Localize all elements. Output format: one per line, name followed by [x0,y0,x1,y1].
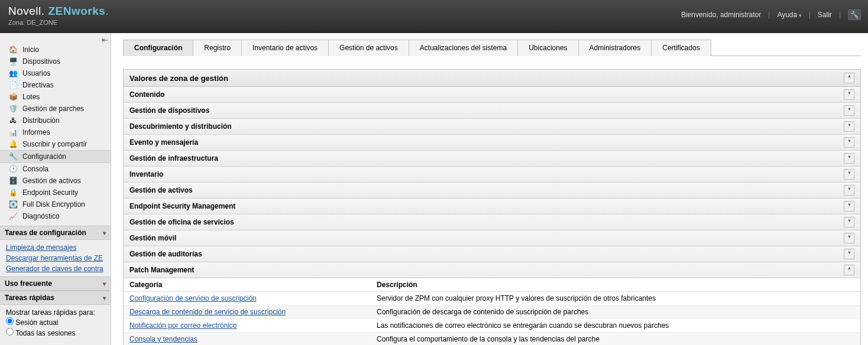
accordion-label: Patch Management [129,266,194,274]
accordion-row[interactable]: Endpoint Security Management˅ [124,198,860,214]
category-link[interactable]: Descarga de contenido de servicio de sus… [129,308,286,316]
zone-label: Zona: DE_ZONE [8,19,109,26]
tab-registro[interactable]: Registro [193,40,242,56]
config-task-link[interactable]: Limpieza de mensajes [6,242,105,253]
help-menu[interactable]: Ayuda [777,11,801,19]
accordion-row[interactable]: Gestión de oficina de servicios˅ [124,214,860,230]
nav-icon: 🖥️ [8,57,18,66]
sidebar-item-endpoint-security[interactable]: 🔒Endpoint Security [0,187,111,198]
tab-actualizaciones-del-sistema[interactable]: Actualizaciones del sistema [409,40,518,56]
chevron-down-icon[interactable]: ˅ [844,217,854,227]
zone-settings-panel: Valores de zona de gestión ˄ Contenido˅G… [123,69,861,345]
accordion-label: Descubrimiento y distribución [129,122,232,131]
nav-icon: 👥 [8,69,18,78]
config-task-link[interactable]: Generador de claves de contra [6,263,105,274]
tab-configuración[interactable]: Configuración [123,40,193,56]
brand: Novell. ZENworks. [8,5,109,18]
accordion-row[interactable]: Gestión de activos˅ [124,183,860,198]
accordion-row[interactable]: Gestión de auditorías˅ [124,246,860,262]
logout-link[interactable]: Salir [818,11,832,19]
nav-icon: 📈 [8,211,18,221]
category-link[interactable]: Notificación por correo electrónico [129,321,237,330]
accordion-label: Gestión de activos [129,186,193,194]
chevron-up-icon[interactable]: ˄ [844,265,854,275]
sidebar-item-gestión-de-parches[interactable]: 🛡️Gestión de parches [0,103,111,115]
quick-opt-current[interactable]: Sesión actual [6,317,105,327]
sidebar-item-usuarios[interactable]: 👥Usuarios [0,67,111,79]
nav-label: Full Disk Encryption [22,200,85,209]
nav-label: Suscribir y compartir [22,140,87,148]
sidebar-item-inicio[interactable]: 🏠Inicio [0,44,111,56]
description-cell: Las notificaciones de correo electrónico… [371,319,860,332]
chevron-down-icon: ▾ [103,281,106,287]
nav-label: Consola [22,165,48,173]
description-cell: Configuración de descarga de contenido d… [371,305,860,318]
sidebar-item-consola[interactable]: 🕑Consola [0,163,111,175]
chevron-down-icon[interactable]: ˅ [844,153,854,164]
quick-opt-all[interactable]: Todas las sesiones [6,327,105,338]
nav-label: Informes [22,128,50,136]
chevron-down-icon: ▾ [103,295,106,301]
tab-certificados[interactable]: Certificados [651,40,711,56]
nav-label: Lotes [22,93,40,101]
accordion-row[interactable]: Gestión móvil˅ [124,230,860,246]
nav-icon: 📊 [8,128,18,137]
settings-icon[interactable]: 🔧 [848,9,861,20]
sidebar-item-suscribir-y-compartir[interactable]: 🔔Suscribir y compartir [0,138,111,150]
tab-ubicaciones[interactable]: Ubicaciones [517,40,578,56]
sidebar-item-distribución[interactable]: 🖧Distribución [0,115,111,126]
chevron-down-icon[interactable]: ˅ [844,169,854,180]
chevron-down-icon[interactable]: ˅ [844,137,854,148]
accordion-label: Gestión de dispositivos [129,106,209,115]
chevron-down-icon: ▾ [103,230,106,236]
chevron-down-icon[interactable]: ˅ [844,201,854,211]
collapse-up-icon[interactable]: ˄ [844,73,854,83]
nav-label: Configuración [22,152,66,161]
brand-zenworks: ZENworks [48,5,105,17]
accordion-label: Endpoint Security Management [129,202,235,210]
nav-label: Dispositivos [22,57,60,66]
accordion-label: Contenido [129,90,164,99]
section-frequent-label: Uso frecuente [5,279,52,288]
chevron-down-icon[interactable]: ˅ [844,105,854,116]
nav-label: Diagnóstico [22,212,60,220]
chevron-down-icon[interactable]: ˅ [844,121,854,132]
sidebar-item-lotes[interactable]: 📦Lotes [0,91,111,103]
accordion-row[interactable]: Evento y mensajería˅ [124,135,860,151]
chevron-down-icon[interactable]: ˅ [844,89,854,100]
sidebar-item-gestión-de-activos[interactable]: 🗄️Gestión de activos [0,175,111,187]
sidebar-item-diagnóstico[interactable]: 📈Diagnóstico [0,210,111,222]
tab-gestión-de-activos[interactable]: Gestión de activos [328,40,409,56]
sidebar-item-dispositivos[interactable]: 🖥️Dispositivos [0,56,111,67]
config-task-link[interactable]: Descargar herramientas de ZE [6,253,105,263]
accordion-row[interactable]: Gestión de dispositivos˅ [124,103,860,119]
accordion-row[interactable]: Descubrimiento y distribución˅ [124,119,860,135]
nav-icon: 🗄️ [8,176,18,185]
section-frequent[interactable]: Uso frecuente ▾ [0,276,111,291]
accordion-row[interactable]: Contenido˅ [124,87,860,103]
tab-inventario-de-activos[interactable]: Inventario de activos [241,40,329,56]
grid-col-description: Descripción [371,278,860,291]
category-link[interactable]: Configuración de servicio de suscripción [129,294,257,302]
description-cell: Configura el comportamiento de la consol… [371,333,860,345]
accordion-row[interactable]: Patch Management˄ [124,262,860,278]
section-quick-label: Tareas rápidas [5,294,54,302]
accordion-row[interactable]: Gestión de infraestructura˅ [124,151,860,167]
nav-icon: 📄 [8,80,18,90]
sidebar-item-informes[interactable]: 📊Informes [0,126,111,138]
chevron-down-icon[interactable]: ˅ [844,233,854,243]
accordion-label: Inventario [129,170,163,178]
sidebar-item-full-disk-encryption[interactable]: 💽Full Disk Encryption [0,198,111,210]
section-config-tasks[interactable]: Tareas de configuración ▾ [0,226,111,240]
tab-administradores[interactable]: Administradores [578,40,652,56]
nav-label: Directivas [22,81,54,89]
collapse-icon[interactable]: ⇤ [102,35,108,44]
sidebar-item-configuración[interactable]: 🔧Configuración [0,150,111,163]
sidebar-item-directivas[interactable]: 📄Directivas [0,79,111,91]
section-quick-tasks[interactable]: Tareas rápidas ▾ [0,291,111,305]
chevron-down-icon[interactable]: ˅ [844,249,854,259]
category-link[interactable]: Consola y tendencias [129,335,197,343]
accordion-label: Gestión de auditorías [129,250,202,258]
accordion-row[interactable]: Inventario˅ [124,167,860,183]
chevron-down-icon[interactable]: ˅ [844,185,854,196]
